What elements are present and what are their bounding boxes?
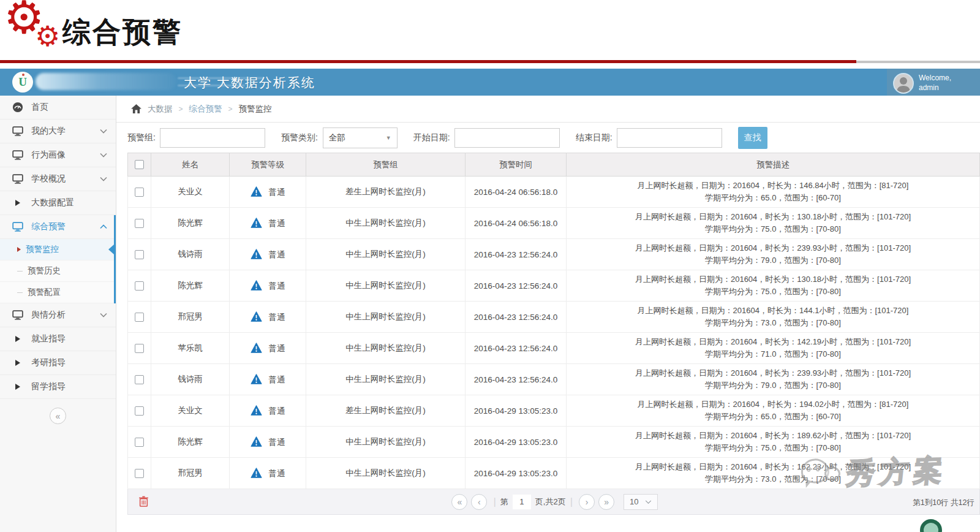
row-checkbox-cell bbox=[128, 302, 151, 333]
sidebar-item-my-university[interactable]: 我的大学 bbox=[0, 120, 116, 143]
row-description-line2: 学期平均分为：79.0，范围为：[70-80] bbox=[569, 379, 977, 392]
row-level-label: 普通 bbox=[268, 188, 285, 197]
warning-triangle-icon bbox=[251, 405, 262, 416]
row-checkbox[interactable] bbox=[135, 406, 144, 416]
row-checkbox[interactable] bbox=[135, 250, 144, 259]
row-checkbox[interactable] bbox=[135, 438, 144, 447]
sidebar-subitem-label: 预警监控 bbox=[26, 244, 59, 255]
row-checkbox[interactable] bbox=[135, 375, 144, 384]
row-time: 2016-04-23 12:56:24.0 bbox=[466, 333, 567, 364]
delete-button[interactable] bbox=[138, 496, 149, 508]
row-checkbox[interactable] bbox=[135, 219, 144, 228]
warning-type-value: 全部 bbox=[329, 132, 345, 143]
sidebar-item-postgrad-guidance[interactable]: 考研指导 bbox=[0, 351, 116, 375]
sidebar-item-studyabroad-guidance[interactable]: 留学指导 bbox=[0, 375, 116, 399]
sidebar-item-label: 留学指导 bbox=[31, 381, 107, 392]
row-description: 月上网时长超额，日期为：201604，时长为：146.84小时，范围为：[81-… bbox=[567, 177, 980, 208]
warning-group-input[interactable] bbox=[160, 128, 265, 148]
search-button[interactable]: 查找 bbox=[738, 127, 767, 149]
row-checkbox[interactable] bbox=[135, 344, 144, 353]
row-name: 陈光辉 bbox=[151, 270, 230, 302]
row-description-line2: 学期平均分为：73.0，范围为：[70-80] bbox=[569, 473, 977, 485]
triangle-right-icon bbox=[12, 357, 23, 368]
sidebar-item-school-overview[interactable]: 学校概况 bbox=[0, 167, 116, 191]
gear-icon-small: ⚙ bbox=[35, 22, 60, 50]
sidebar-item-employment-guidance[interactable]: 就业指导 bbox=[0, 327, 116, 351]
sidebar-subitem-warning-config[interactable]: 预警配置 bbox=[0, 282, 114, 303]
breadcrumb-current: 预警监控 bbox=[239, 104, 272, 115]
row-description-line2: 学期平均分为：79.0，范围为：[70-80] bbox=[569, 254, 977, 267]
sidebar-item-label: 学校概况 bbox=[31, 173, 92, 184]
row-checkbox[interactable] bbox=[135, 469, 144, 478]
row-checkbox[interactable] bbox=[135, 313, 144, 322]
row-description: 月上网时长超额，日期为：201604，时长为：239.93小时，范围为：[101… bbox=[567, 364, 980, 395]
sidebar-item-comprehensive-warning[interactable]: 综合预警 bbox=[0, 215, 114, 239]
warning-table: 姓名 预警等级 预警组 预警时间 预警描述 关业义 普通 差生上网时长监控(月)… bbox=[127, 153, 980, 489]
row-description: 月上网时长超额，日期为：201604，时长为：189.62小时，范围为：[101… bbox=[567, 427, 980, 458]
row-group: 中生上网时长监控(月) bbox=[306, 333, 466, 364]
row-checkbox[interactable] bbox=[135, 281, 144, 291]
sidebar-subitem-warning-history[interactable]: 预警历史 bbox=[0, 260, 114, 282]
page-size-select[interactable]: 10 bbox=[624, 494, 657, 510]
row-description: 月上网时长超额，日期为：201604，时长为：130.18小时，范围为：[101… bbox=[567, 208, 980, 239]
row-level: 普通 bbox=[230, 208, 306, 239]
row-name: 邢冠男 bbox=[151, 302, 230, 333]
row-time: 2016-04-24 06:56:18.0 bbox=[466, 208, 567, 239]
row-time: 2016-04-23 12:56:24.0 bbox=[466, 239, 567, 270]
end-date-input[interactable] bbox=[617, 128, 722, 148]
sidebar-active-section: 综合预警 预警监控 预警历史 预警配置 bbox=[0, 215, 116, 303]
page-number-input[interactable] bbox=[513, 495, 531, 509]
row-description-line2: 学期平均分为：73.0，范围为：[70-80] bbox=[569, 317, 977, 329]
redacted-university-name bbox=[36, 73, 176, 90]
sidebar-subitem-warning-monitor[interactable]: 预警监控 bbox=[0, 239, 114, 260]
row-level-label: 普通 bbox=[268, 219, 285, 228]
chevron-down-icon bbox=[100, 177, 107, 181]
red-divider bbox=[0, 60, 856, 63]
sidebar-subitem-label: 预警历史 bbox=[28, 265, 61, 276]
row-description-line1: 月上网时长超额，日期为：201604，时长为：144.1小时，范围为：[101-… bbox=[569, 305, 977, 317]
row-checkbox-cell bbox=[128, 208, 151, 239]
pagination-bar: « ‹ | 第 页,共2页 | › » 10 第1到10行 共12行 bbox=[127, 489, 980, 515]
row-description: 月上网时长超额，日期为：201604，时长为：239.93小时，范围为：[101… bbox=[567, 239, 980, 270]
monitor-icon bbox=[12, 126, 23, 137]
row-checkbox[interactable] bbox=[135, 188, 144, 197]
sidebar-collapse-button[interactable]: « bbox=[50, 408, 66, 424]
breadcrumb: 大数据 > 综合预警 > 预警监控 bbox=[116, 96, 980, 123]
breadcrumb-item-comprehensive-warning[interactable]: 综合预警 bbox=[189, 104, 222, 115]
row-description: 月上网时长超额，日期为：201604，时长为：142.19小时，范围为：[101… bbox=[567, 333, 980, 364]
page-suffix: 页,共2页 bbox=[535, 496, 566, 507]
start-date-input[interactable] bbox=[454, 128, 560, 148]
row-group: 中生上网时长监控(月) bbox=[306, 427, 466, 458]
row-level-label: 普通 bbox=[268, 313, 285, 322]
first-page-icon: « bbox=[458, 497, 462, 507]
system-title: 大学 大数据分析系统 bbox=[184, 74, 315, 91]
sidebar-item-behavior-profile[interactable]: 行为画像 bbox=[0, 143, 116, 167]
user-menu[interactable]: Welcome, admin bbox=[887, 69, 980, 97]
table-row: 钱诗雨 普通 中生上网时长监控(月) 2016-04-23 12:56:24.0… bbox=[128, 364, 980, 395]
sidebar-item-sentiment-analysis[interactable]: 舆情分析 bbox=[0, 303, 116, 327]
next-page-button[interactable]: › bbox=[579, 494, 595, 510]
row-description-line1: 月上网时长超额，日期为：201604，时长为：162.23小时，范围为：[101… bbox=[569, 461, 977, 473]
logo-dot bbox=[22, 74, 24, 76]
row-level-label: 普通 bbox=[268, 281, 285, 291]
select-all-checkbox[interactable] bbox=[135, 160, 144, 169]
row-description-line1: 月上网时长超额，日期为：201604，时长为：130.18小时，范围为：[101… bbox=[569, 273, 977, 286]
start-date-label: 开始日期: bbox=[413, 132, 450, 143]
row-checkbox-cell bbox=[128, 427, 151, 458]
sidebar-item-home[interactable]: 首页 bbox=[0, 96, 116, 120]
last-page-button[interactable]: » bbox=[598, 494, 614, 510]
breadcrumb-item-bigdata[interactable]: 大数据 bbox=[148, 104, 173, 115]
triangle-right-icon bbox=[12, 197, 23, 208]
prev-page-button[interactable]: ‹ bbox=[471, 494, 487, 510]
row-name: 关业义 bbox=[151, 177, 230, 208]
row-name: 陈光辉 bbox=[151, 208, 230, 239]
first-page-button[interactable]: « bbox=[451, 494, 467, 510]
table-row: 苹乐凯 普通 中生上网时长监控(月) 2016-04-23 12:56:24.0… bbox=[128, 333, 980, 364]
app-root: ⚙ ⚙ 综合预警 U 大学 大数据分析系统 Welcome, admin bbox=[0, 0, 980, 532]
table-row: 陈光辉 普通 中生上网时长监控(月) 2016-04-29 13:05:23.0… bbox=[128, 427, 980, 458]
warning-type-select[interactable]: 全部 ▼ bbox=[323, 127, 398, 148]
row-description-line1: 月上网时长超额，日期为：201604，时长为：194.02小时，范围为：[81-… bbox=[569, 398, 977, 411]
sidebar-item-bigdata-config[interactable]: 大数据配置 bbox=[0, 191, 116, 215]
row-name: 苹乐凯 bbox=[151, 333, 230, 364]
table-row: 陈光辉 普通 中生上网时长监控(月) 2016-04-24 06:56:18.0… bbox=[128, 208, 980, 239]
